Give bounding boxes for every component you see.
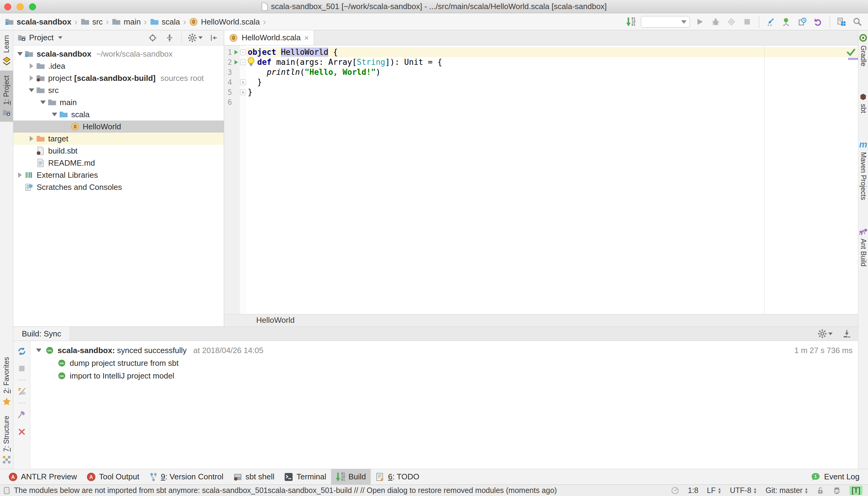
fold-marker-icon[interactable]: ∧ — [240, 89, 246, 95]
expand-arrow-icon[interactable] — [36, 348, 42, 352]
breadcrumb-item-scala-sandbox[interactable]: scala-sandbox — [5, 17, 72, 27]
status-message[interactable]: The modules below are not imported from … — [14, 486, 557, 495]
chevron-updown-icon: ▲▼ — [804, 487, 808, 494]
encoding-widget[interactable]: UTF-8 ▲▼ — [730, 486, 757, 495]
tree-item-external-libraries[interactable]: External Libraries — [13, 169, 224, 181]
tool-window-button-9-version-control[interactable]: 9: Version Control — [144, 469, 228, 484]
run-button[interactable] — [694, 16, 706, 28]
window-controls[interactable] — [4, 3, 36, 10]
chevron-down-icon[interactable] — [58, 36, 62, 39]
tool-window-button-maven-projects[interactable]: mMaven Projects — [859, 140, 867, 200]
tool-window-button-sbt[interactable]: sbt — [859, 93, 867, 113]
tool-window-button-gradle[interactable]: Gradle — [858, 33, 868, 66]
stop-process-button[interactable] — [16, 362, 28, 375]
collapse-all-button[interactable] — [164, 32, 175, 44]
tree-item-project[interactable]: project[scala-sandbox-build]sources root — [13, 72, 224, 84]
update-project-button[interactable] — [765, 16, 777, 28]
project-panel-title[interactable]: Project — [29, 33, 53, 42]
rollback-button[interactable] — [812, 16, 824, 28]
collapse-arrow-icon[interactable] — [18, 172, 22, 178]
editor-tab-label: HelloWorld.scala — [242, 33, 301, 42]
breadcrumb-item-scala[interactable]: scala — [150, 17, 180, 27]
background-tasks-icon[interactable] — [4, 486, 10, 495]
close-panel-button[interactable] — [16, 426, 28, 438]
tool-window-button-6-todo[interactable]: 6: TODO — [371, 469, 424, 484]
hide-panel-button[interactable] — [208, 32, 220, 44]
run-with-coverage-button[interactable] — [726, 16, 737, 28]
close-tab-icon[interactable]: × — [304, 34, 309, 42]
tree-item-idea[interactable]: .idea — [13, 60, 224, 72]
lock-icon[interactable] — [817, 486, 824, 495]
fold-marker-icon[interactable]: ∧ — [240, 79, 246, 85]
line-ending-widget[interactable]: LF ▲▼ — [707, 486, 722, 495]
code-editor[interactable]: 1−2−34∧5∧6 object HelloWorld { def main(… — [224, 45, 858, 314]
breadcrumb-item-helloworld-scala[interactable]: OHelloWorld.scala — [189, 17, 260, 27]
build-message-row[interactable]: OKimport to IntelliJ project model — [30, 369, 858, 382]
editor-breadcrumb-item[interactable]: HelloWorld — [256, 315, 295, 325]
expand-arrow-icon[interactable] — [29, 89, 34, 92]
collapse-arrow-icon[interactable] — [30, 63, 33, 69]
event-log-button[interactable]: 1 Event Log — [811, 472, 864, 481]
module-settings-button[interactable] — [836, 16, 848, 28]
settings-gear-button[interactable] — [818, 328, 833, 340]
build-project-button[interactable]: 011001 — [625, 16, 637, 28]
caret-position-widget[interactable]: 1:8 — [688, 486, 698, 495]
run-tri-icon[interactable] — [233, 50, 239, 55]
collapse-arrow-icon[interactable] — [30, 136, 33, 141]
tool-window-button-2-favorites[interactable]: 2: Favorites — [0, 352, 13, 411]
tool-window-button-ant-build[interactable]: Ant Build — [858, 227, 868, 266]
recent-changes-button[interactable] — [796, 16, 808, 28]
commit-button[interactable] — [781, 16, 792, 28]
expand-arrow-icon[interactable] — [17, 52, 23, 56]
refresh-sync-button[interactable] — [16, 345, 28, 357]
build-sync-tab[interactable]: Build: Sync — [13, 327, 70, 341]
close-window-button[interactable] — [4, 3, 11, 10]
hector-inspector-icon[interactable] — [833, 486, 841, 495]
tool-window-button-antlr-preview[interactable]: AANTLR Preview — [4, 469, 82, 484]
highlighting-level-badge[interactable]: [T] — [850, 486, 863, 495]
tool-window-button-1-project[interactable]: 1: Project — [0, 71, 13, 122]
tree-item-target[interactable]: target — [13, 133, 224, 145]
search-everywhere-button[interactable] — [852, 16, 863, 28]
settings-gear-button[interactable] — [188, 32, 203, 44]
tool-window-button-build[interactable]: 011001Build — [331, 469, 371, 484]
build-message-row[interactable]: OKscala-sandbox: synced successfullyat 2… — [30, 344, 858, 357]
export-log-button[interactable] — [841, 328, 853, 340]
editor-tab-helloworld[interactable]: O HelloWorld.scala × — [224, 30, 314, 45]
breadcrumb-item-main[interactable]: main — [112, 17, 141, 27]
pin-tab-button[interactable] — [16, 408, 28, 421]
intention-bulb-icon[interactable] — [247, 57, 255, 68]
tree-item-scala-sandbox[interactable]: scala-sandbox~/work/scala-sandbox — [13, 48, 224, 60]
tool-window-button-sbt-shell[interactable]: sbt shell — [228, 469, 279, 484]
filter-messages-button[interactable]: ab — [16, 386, 28, 398]
stop-button[interactable] — [741, 16, 753, 28]
run-tri-icon[interactable] — [233, 60, 239, 65]
breadcrumb-item-src[interactable]: src — [80, 17, 103, 27]
expand-arrow-icon[interactable] — [40, 100, 46, 104]
build-message-row[interactable]: OKdump project structure from sbt — [30, 357, 858, 369]
minimize-window-button[interactable] — [17, 3, 24, 10]
inspections-ok-icon[interactable] — [847, 48, 856, 58]
debug-button[interactable] — [710, 16, 722, 28]
tree-item-build-sbt[interactable]: build.sbt — [13, 145, 224, 157]
expand-arrow-icon[interactable] — [52, 113, 57, 116]
tree-item-helloworld[interactable]: OHelloWorld — [13, 121, 224, 133]
tree-item-readme-md[interactable]: README.md — [13, 157, 224, 169]
git-branch-widget[interactable]: Git: master ▲▼ — [766, 486, 808, 495]
memory-gauge-icon[interactable] — [671, 486, 679, 495]
modules-icon — [837, 17, 846, 26]
tool-window-button-tool-output[interactable]: ATool Output — [82, 469, 144, 484]
tool-window-button-learn[interactable]: Learn — [0, 30, 13, 71]
tree-item-src[interactable]: src — [13, 84, 224, 96]
tree-item-main[interactable]: main — [13, 96, 224, 108]
tree-item-scratches-and-consoles[interactable]: Scratches and Consoles — [13, 181, 224, 193]
fold-marker-icon[interactable]: − — [240, 49, 246, 55]
zoom-window-button[interactable] — [29, 3, 36, 10]
fold-marker-icon[interactable]: − — [240, 59, 246, 65]
run-config-combobox[interactable] — [641, 16, 690, 28]
tool-window-button-7-structure[interactable]: 7: Structure — [0, 411, 13, 469]
locate-file-button[interactable] — [147, 32, 158, 44]
tree-item-scala[interactable]: scala — [13, 108, 224, 121]
tool-window-button-terminal[interactable]: Terminal — [279, 469, 331, 484]
collapse-arrow-icon[interactable] — [30, 75, 33, 81]
